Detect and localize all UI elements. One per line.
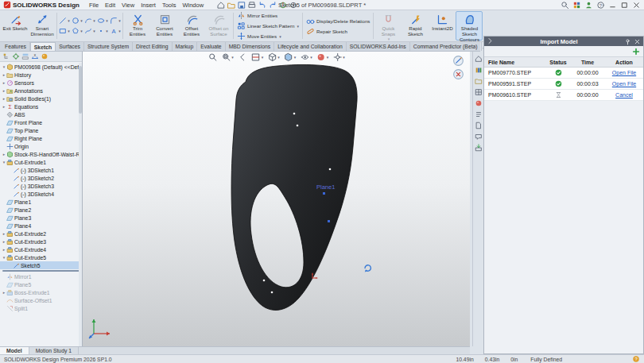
ellipse-button[interactable]: ▾	[96, 16, 109, 26]
spline-button[interactable]: ▾	[83, 26, 96, 37]
arc-button[interactable]: ▾	[83, 16, 96, 26]
move-entities-button[interactable]: Move Entities▾	[237, 32, 299, 41]
tree-item-3dsketch2[interactable]: (-) 3DSketch2	[0, 174, 82, 182]
pane-chevron-icon[interactable]	[487, 37, 494, 44]
pane-pin-icon[interactable]	[624, 38, 631, 45]
sketch-point[interactable]	[263, 280, 266, 282]
menu-tools[interactable]: Tools	[159, 2, 180, 9]
model-3d[interactable]	[83, 52, 470, 346]
action-link-open-file[interactable]: Open File	[612, 81, 636, 87]
tab-evaluate[interactable]: Evaluate	[197, 42, 225, 51]
bottom-tab-motion-study-1[interactable]: Motion Study 1	[29, 347, 79, 354]
tree-item-cut-extrude4[interactable]: ▸Cut-Extrude4	[0, 245, 82, 253]
tree-item-3dsketch1[interactable]: (-) 3DSketch1	[0, 166, 82, 174]
tree-item-3dsketch3[interactable]: (-) 3DSketch3	[0, 182, 82, 190]
rollback-bar[interactable]	[2, 270, 80, 272]
view-settings-button[interactable]: ▾	[332, 52, 346, 62]
offset-entities-button[interactable]: Offset Entities	[178, 11, 205, 41]
tree-item-equations[interactable]: ▸ΣEquations	[0, 102, 82, 110]
tree-item-history[interactable]: ▸History	[0, 71, 82, 79]
confirm-sketch-icon[interactable]	[453, 56, 464, 66]
sw-apps-icon[interactable]	[572, 1, 581, 10]
sketch-vertex[interactable]	[328, 220, 330, 222]
display-style-button[interactable]: ▾	[283, 52, 297, 62]
tree-item-origin[interactable]: Origin	[0, 142, 82, 150]
search-icon[interactable]	[561, 1, 569, 10]
appearances-icon[interactable]	[475, 99, 483, 107]
pane-close-icon[interactable]	[634, 38, 641, 45]
property-manager-tab-icon[interactable]	[12, 52, 20, 60]
tree-item-cut-extrude5[interactable]: ▾Cut-Extrude5	[0, 253, 82, 261]
print-icon[interactable]	[247, 1, 257, 10]
tab-direct-editing[interactable]: Direct Editing	[133, 42, 172, 51]
exit-sketch-button[interactable]: Exit Sketch	[2, 11, 29, 41]
open-icon[interactable]	[227, 1, 236, 10]
section-view-button[interactable]: ▾	[250, 52, 265, 62]
instant2d-button[interactable]: Instant2D	[429, 11, 456, 41]
redo-icon[interactable]	[268, 1, 277, 10]
cancel-sketch-icon[interactable]	[453, 69, 464, 79]
tree-item-surface-offset1[interactable]: Surface-Offset1	[0, 296, 82, 304]
tree-item-right-plane[interactable]: Right Plane	[0, 134, 82, 142]
tab-lifecycle-and-collaboration[interactable]: Lifecycle and Collaboration	[274, 42, 347, 51]
help-icon[interactable]: ?	[596, 1, 605, 10]
resources-icon[interactable]	[475, 55, 483, 63]
plane1-label[interactable]: Plane1	[316, 183, 335, 191]
sketch-point[interactable]	[293, 113, 296, 115]
tree-item-cut-extrude2[interactable]: ▸Cut-Extrude2	[0, 230, 82, 237]
dimxpert-tab-icon[interactable]: x	[31, 52, 39, 60]
tree-item-split1[interactable]: Split1	[0, 304, 82, 312]
bottom-tab-model[interactable]: Model	[0, 347, 29, 354]
sketch-vertex[interactable]	[323, 192, 325, 195]
tree-item-solid-bodies-1[interactable]: ▸Solid Bodies(1)	[0, 95, 82, 102]
tree-item-sketch5[interactable]: Sketch5	[0, 261, 82, 269]
quick-snaps-button[interactable]: Quick Snaps▾	[374, 11, 402, 41]
sketch-point[interactable]	[271, 292, 274, 294]
tree-scrollbar[interactable]	[79, 63, 82, 346]
tab-markup[interactable]: Markup	[173, 42, 198, 51]
tree-item-mirror1[interactable]: Mirror1	[0, 272, 82, 280]
tab-surfaces[interactable]: Surfaces	[56, 42, 84, 51]
tab-mbd-dimensions[interactable]: MBD Dimensions	[226, 42, 275, 51]
tree-item-stock-rs-handoff-waist-rightc[interactable]: ▸Stock-RS-HandOff-Waist-RightC...	[0, 150, 82, 158]
sketch-point[interactable]	[297, 125, 299, 127]
menu-insert[interactable]: Insert	[138, 2, 159, 9]
view-palette-icon[interactable]	[475, 88, 483, 96]
polygon-button[interactable]: ▾	[71, 26, 83, 37]
circle-button[interactable]: ▾	[71, 16, 83, 26]
display-manager-tab-icon[interactable]	[41, 52, 48, 60]
rectangle-button[interactable]: ▾	[58, 26, 71, 37]
menu-file[interactable]: File	[86, 2, 102, 9]
design-library-icon[interactable]	[475, 66, 483, 74]
menu-view[interactable]: View	[118, 2, 138, 9]
tab-solidworks-add-ins[interactable]: SOLIDWORKS Add-Ins	[347, 42, 410, 51]
smart-dimension-button[interactable]: Smart Dimension	[29, 11, 56, 41]
convert-entities-button[interactable]: Convert Entities	[151, 11, 178, 41]
tree-item-cut-extrude1[interactable]: ▾Cut-Extrude1	[0, 158, 82, 166]
rapid-sketch-button[interactable]: Rapid Sketch	[402, 11, 429, 41]
undo-icon[interactable]	[258, 1, 267, 10]
tree-item-front-plane[interactable]: Front Plane	[0, 118, 82, 126]
minimize-icon[interactable]	[608, 1, 617, 10]
sheet-format-icon[interactable]	[475, 122, 483, 129]
mirror-entities-button[interactable]: Mirror Entities	[237, 11, 299, 20]
display-delete-relations-button[interactable]: Display/Delete Relations	[306, 17, 370, 25]
configuration-tab-icon[interactable]	[21, 52, 29, 60]
point-button[interactable]: ▾	[96, 26, 109, 37]
text-button[interactable]: A▾	[109, 26, 122, 37]
hide-show-button[interactable]: ▾	[299, 52, 313, 62]
tree-item-plane4[interactable]: Plane4	[0, 222, 82, 230]
tab-command-predictor-beta[interactable]: Command Predictor (Beta)	[410, 42, 482, 51]
tree-item-cut-extrude3[interactable]: ▸Cut-Extrude3	[0, 237, 82, 245]
maximize-icon[interactable]	[620, 1, 629, 10]
tree-item-3dsketch4[interactable]: (-) 3DSketch4	[0, 190, 82, 198]
shaded-sketch-contours-button[interactable]: Shaded Sketch Contours	[456, 11, 483, 41]
feature-tree-tab-icon[interactable]	[2, 52, 10, 60]
custom-properties-icon[interactable]	[475, 110, 483, 118]
tree-item-pm009698-default-default-displ[interactable]: ▾PM009698 (Default) <<Default>_Displ	[0, 63, 82, 71]
model-body[interactable]	[231, 64, 357, 310]
view-orientation-button[interactable]: ▾	[266, 52, 281, 62]
tree-item-plane2[interactable]: Plane2	[0, 206, 82, 214]
tree-item-plane5[interactable]: Plane5	[0, 280, 82, 288]
tree-item-annotations[interactable]: ▸AAnnotations	[0, 87, 82, 95]
